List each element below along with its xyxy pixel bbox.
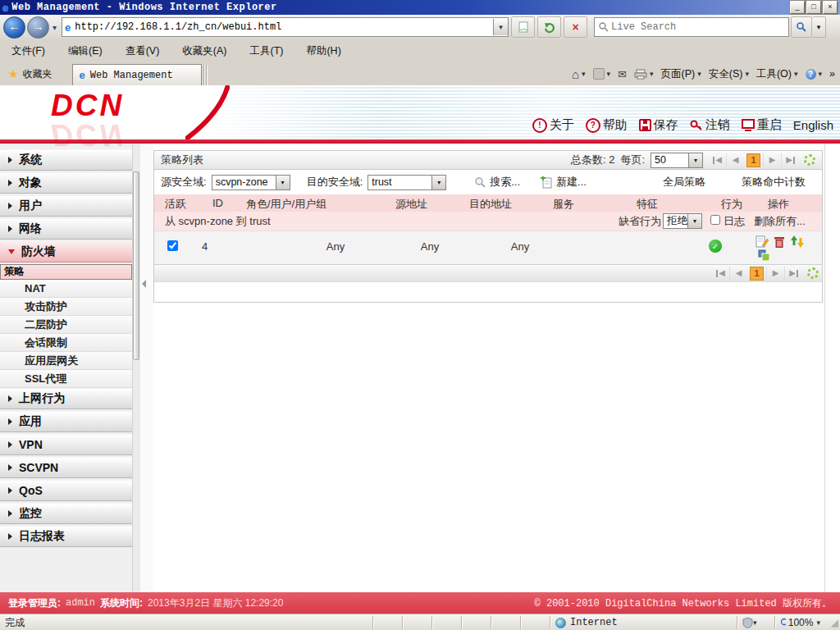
page-menu-button[interactable]: 页面(P) ▾ <box>661 67 701 81</box>
search-go-button[interactable] <box>791 16 812 38</box>
col-feature: 特征 <box>637 197 658 212</box>
sidebar-item-application[interactable]: 应用 <box>0 411 132 432</box>
language-toggle[interactable]: English <box>793 118 833 132</box>
search-input[interactable] <box>609 21 769 34</box>
help-button[interactable]: ? 帮助 <box>586 117 628 133</box>
about-button[interactable]: ! 关于 <box>532 117 574 133</box>
global-policy-link[interactable]: 全局策略 <box>663 175 705 189</box>
sidebar-item-vpn[interactable]: VPN <box>0 434 132 455</box>
sidebar-item-web-behavior[interactable]: 上网行为 <box>0 388 132 409</box>
feeds-button[interactable]: ▾ <box>593 68 611 80</box>
dst-zone-select[interactable]: trust ▾ <box>368 175 446 190</box>
per-page-label: 每页: <box>620 153 645 167</box>
read-mail-button[interactable]: ✉ <box>618 68 627 80</box>
search-options-button[interactable]: ▾ <box>812 16 826 38</box>
toolbar-overflow-chevron[interactable]: » <box>829 68 835 80</box>
tab-web-management[interactable]: e Web Management <box>72 64 202 85</box>
menu-help[interactable]: 帮助(H) <box>306 44 340 58</box>
copy-icon[interactable] <box>758 249 770 262</box>
per-page-select[interactable]: 50 ▾ <box>651 153 703 168</box>
sidebar-scrollbar-thumb[interactable] <box>133 171 139 360</box>
current-page-badge[interactable]: 1 <box>750 267 764 281</box>
page-menu-label: 页面(P) <box>661 67 696 81</box>
src-zone-select[interactable]: scvpn-zone ▾ <box>212 175 290 190</box>
first-page-button[interactable]: ◀ <box>712 267 729 281</box>
protected-mode-pane[interactable]: ▾ <box>737 616 774 629</box>
close-button[interactable]: × <box>823 1 838 14</box>
menu-tools[interactable]: 工具(T) <box>249 44 283 58</box>
sidebar-subitem-nat[interactable]: NAT <box>0 280 132 298</box>
next-page-button[interactable]: ▶ <box>766 267 784 281</box>
last-page-button[interactable]: ▶ <box>781 153 799 167</box>
logout-button[interactable]: 注销 <box>690 117 730 133</box>
app-header: DCN DCN ! 关于 ? 帮助 保存 <box>0 85 840 139</box>
minimize-button[interactable]: _ <box>790 1 805 14</box>
new-policy-button[interactable]: 新建... <box>540 175 587 189</box>
safety-menu-button[interactable]: 安全(S) ▾ <box>709 67 749 81</box>
sidebar-item-monitor[interactable]: 监控 <box>0 503 132 524</box>
row-active-checkbox[interactable] <box>167 240 178 251</box>
next-page-icon: ▶ <box>773 269 779 277</box>
sidebar-item-network[interactable]: 网络 <box>0 218 132 240</box>
tools-menu-button[interactable]: 工具(O) ▾ <box>756 67 798 81</box>
current-page-badge[interactable]: 1 <box>746 153 760 167</box>
search-policy-button[interactable]: 搜索... <box>474 175 520 189</box>
menu-edit[interactable]: 编辑(E) <box>68 44 103 58</box>
sidebar-splitter[interactable] <box>140 144 153 592</box>
refresh-list-icon[interactable] <box>807 267 819 279</box>
sidebar-item-scvpn[interactable]: SCVPN <box>0 457 132 478</box>
edit-icon[interactable] <box>756 235 769 249</box>
first-page-button[interactable]: ◀ <box>709 153 726 167</box>
print-button[interactable]: ▾ <box>634 69 654 80</box>
sidebar-item-qos[interactable]: QoS <box>0 480 132 501</box>
sidebar-item-firewall[interactable]: 防火墙 <box>0 241 132 262</box>
delete-all-link[interactable]: 删除所有... <box>754 214 806 229</box>
status-text: 完成 <box>0 616 372 629</box>
last-page-button[interactable]: ▶ <box>784 267 802 281</box>
menu-favorites[interactable]: 收藏夹(A) <box>182 44 226 58</box>
default-action-select[interactable]: 拒绝 ▾ <box>663 213 702 229</box>
sidebar-item-objects[interactable]: 对象 <box>0 172 132 194</box>
sidebar-item-system[interactable]: 系统 <box>0 149 132 171</box>
sidebar-subitem-label: 会话限制 <box>25 336 67 350</box>
menu-file[interactable]: 文件(F) <box>11 44 45 58</box>
stop-button[interactable]: × <box>564 16 587 38</box>
sidebar-subitem-policy[interactable]: 策略 <box>0 264 132 280</box>
log-checkbox[interactable] <box>710 215 720 225</box>
home-button[interactable]: ⌂ ▾ <box>572 67 586 81</box>
collapse-sidebar-icon[interactable] <box>142 280 146 288</box>
forward-button[interactable]: → <box>27 16 49 39</box>
compatibility-view-button[interactable] <box>511 16 535 38</box>
maximize-button[interactable]: □ <box>806 1 821 14</box>
address-bar[interactable]: e http://192.168.1.1/zh_cn/webui.html ▾ <box>62 17 509 37</box>
favorites-button[interactable]: ★ 收藏夹 <box>0 62 61 85</box>
policy-row[interactable]: 4 Any Any Any ✓ <box>154 231 822 264</box>
ie-help-button[interactable]: ? ▾ <box>806 69 823 80</box>
search-box[interactable] <box>594 17 789 37</box>
sidebar-subitem-session-limit[interactable]: 会话限制 <box>0 334 132 352</box>
back-button[interactable]: ← <box>3 16 25 39</box>
col-src-address: 源地址 <box>395 197 427 212</box>
sidebar-subitem-attack-protection[interactable]: 攻击防护 <box>0 298 132 316</box>
sidebar-subitem-alg[interactable]: 应用层网关 <box>0 352 132 370</box>
sidebar-item-users[interactable]: 用户 <box>0 195 132 217</box>
refresh-button[interactable] <box>537 16 561 38</box>
menu-view[interactable]: 查看(V) <box>126 44 160 58</box>
prev-page-button[interactable]: ◀ <box>726 153 744 167</box>
address-dropdown-button[interactable]: ▾ <box>493 19 508 35</box>
sidebar-subitem-layer2-protection[interactable]: 二层防护 <box>0 316 132 334</box>
refresh-list-icon[interactable] <box>804 154 815 166</box>
url-text[interactable]: http://192.168.1.1/zh_cn/webui.html <box>75 21 281 33</box>
next-page-button[interactable]: ▶ <box>763 153 781 167</box>
delete-icon[interactable] <box>774 235 785 249</box>
prev-page-button[interactable]: ◀ <box>729 267 747 281</box>
history-dropdown-icon[interactable]: ▾ <box>52 23 57 32</box>
move-icon[interactable] <box>790 235 805 249</box>
policy-hit-count-link[interactable]: 策略命中计数 <box>742 175 806 189</box>
sidebar-subitem-ssl-proxy[interactable]: SSL代理 <box>0 370 132 388</box>
resize-grip-icon[interactable]: ◢ <box>825 617 840 628</box>
zoom-pane[interactable]: 100% ▾ <box>774 616 825 629</box>
restart-button[interactable]: 重启 <box>742 117 782 133</box>
save-button[interactable]: 保存 <box>639 117 678 133</box>
sidebar-item-log-report[interactable]: 日志报表 <box>0 526 132 547</box>
